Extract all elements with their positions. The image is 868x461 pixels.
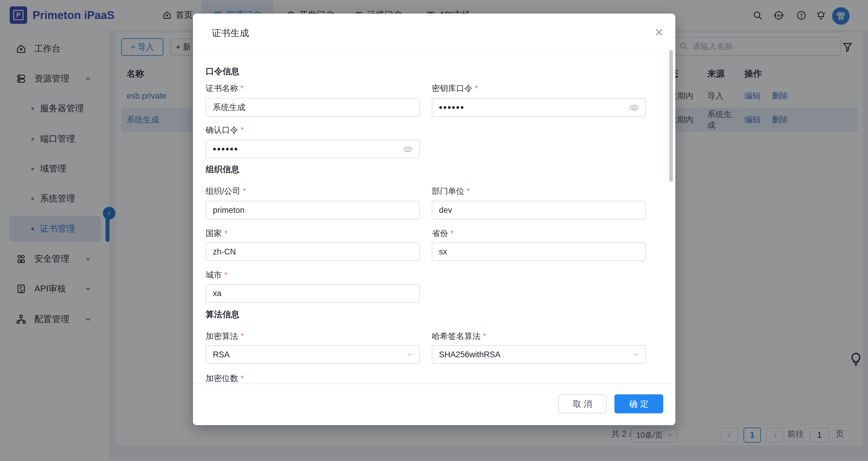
city-input[interactable] (206, 284, 420, 303)
toggle-password-visibility-icon[interactable] (629, 102, 639, 113)
encrypt-algorithm-value: RSA (213, 350, 230, 359)
confirm-button[interactable]: 确 定 (615, 394, 663, 413)
field-label-keystore-password: 密钥库口令* (432, 83, 478, 94)
country-input[interactable] (206, 242, 420, 261)
required-mark: * (475, 84, 478, 93)
chevron-down-icon (406, 351, 414, 359)
cert-name-input[interactable] (206, 98, 420, 117)
required-mark: * (483, 332, 486, 341)
required-mark: * (224, 229, 228, 238)
certificate-generate-dialog: 证书生成 口令信息 证书名称* 密钥库口令* 确认口令* 组织信息 组织/公司*… (193, 13, 675, 425)
section-algorithm-info: 算法信息 (206, 309, 239, 320)
confirm-password-input[interactable] (206, 140, 420, 158)
close-icon (654, 27, 664, 37)
organization-input[interactable] (206, 201, 420, 219)
required-mark: * (241, 125, 244, 134)
dialog-title: 证书生成 (212, 27, 249, 39)
province-input[interactable] (432, 242, 646, 261)
hash-algorithm-value: SHA256withRSA (439, 350, 500, 359)
chevron-down-icon (632, 351, 640, 359)
required-mark: * (241, 332, 244, 341)
department-input[interactable] (432, 201, 646, 219)
cancel-button[interactable]: 取 消 (558, 394, 607, 413)
section-organization-info: 组织信息 (206, 164, 239, 175)
field-label-cert-name: 证书名称* (206, 83, 244, 94)
required-mark: * (224, 271, 228, 279)
hash-algorithm-select[interactable]: SHA256withRSA (432, 345, 646, 364)
field-label-province: 省份* (432, 228, 454, 239)
field-label-confirm-password: 确认口令* (206, 125, 244, 135)
toggle-password-visibility-icon[interactable] (403, 144, 413, 154)
field-label-organization: 组织/公司* (206, 186, 246, 196)
section-password-info: 口令信息 (206, 66, 239, 77)
dialog-footer-divider (193, 383, 675, 384)
dialog-scrollbar-thumb[interactable] (669, 50, 673, 182)
field-label-country: 国家* (206, 228, 228, 239)
keystore-password-input[interactable] (432, 98, 646, 117)
dialog-body: 口令信息 证书名称* 密钥库口令* 确认口令* 组织信息 组织/公司* 部门单位… (193, 54, 675, 383)
field-label-key-bits: 加密位数* (206, 373, 244, 383)
required-mark: * (241, 374, 244, 383)
field-label-hash-algorithm: 哈希签名算法* (432, 331, 486, 342)
dialog-close-button[interactable] (652, 26, 666, 39)
required-mark: * (241, 84, 244, 93)
field-label-city: 城市* (206, 270, 228, 280)
required-mark: * (451, 229, 454, 238)
required-mark: * (243, 187, 246, 196)
encrypt-algorithm-select[interactable]: RSA (206, 345, 420, 364)
field-label-encrypt-algorithm: 加密算法* (206, 331, 244, 342)
field-label-department: 部门单位* (432, 186, 470, 196)
required-mark: * (467, 187, 470, 196)
